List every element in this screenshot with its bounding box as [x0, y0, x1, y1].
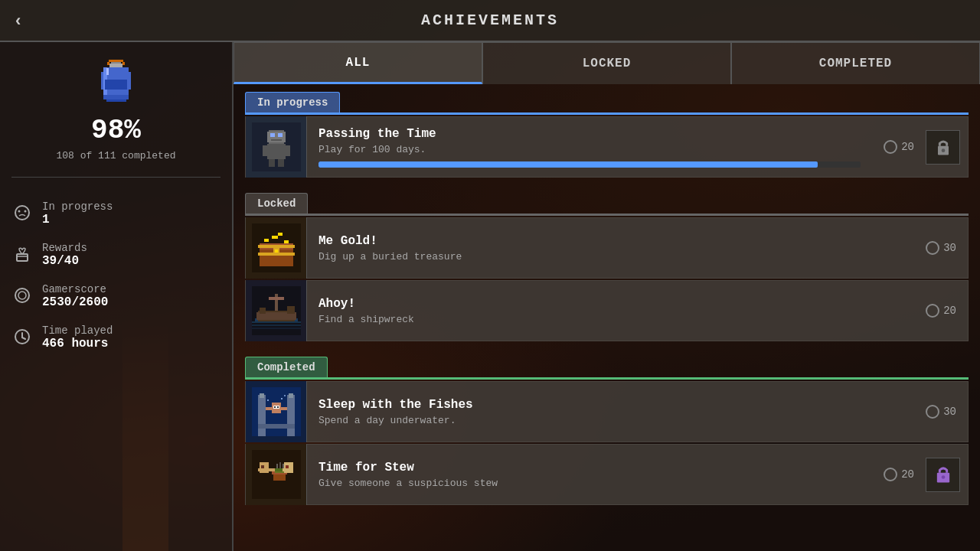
- svg-rect-66: [274, 406, 276, 408]
- achievement-info-sleep-fishes: Sleep with the Fishes Spend a day underw…: [307, 390, 914, 434]
- achievement-name: Sleep with the Fishes: [318, 398, 903, 412]
- lock-badge: [926, 130, 960, 165]
- potion-icon: [93, 57, 139, 111]
- svg-rect-42: [272, 236, 278, 239]
- section-locked: Locked: [245, 193, 969, 341]
- score-circle-icon: [884, 468, 897, 481]
- svg-rect-28: [263, 145, 269, 156]
- gamerscore-icon: [11, 285, 33, 306]
- svg-rect-70: [281, 398, 283, 399]
- achievement-desc: Spend a day underwater.: [318, 415, 903, 426]
- stats-list: In progress 1 Rewards 39/40: [11, 193, 220, 358]
- svg-rect-40: [275, 249, 278, 253]
- svg-rect-68: [266, 407, 273, 410]
- svg-rect-51: [275, 294, 278, 311]
- tab-locked[interactable]: Locked: [482, 42, 731, 84]
- achievement-me-gold[interactable]: Me Gold! Dig up a buried treasure 30: [245, 217, 969, 279]
- score-value: 30: [943, 406, 956, 418]
- achievement-time-for-stew[interactable]: Time for Stew Give someone a suspicious …: [245, 444, 969, 505]
- section-header-in-progress: In progress: [245, 92, 340, 112]
- svg-rect-52: [269, 297, 284, 300]
- svg-rect-67: [277, 406, 279, 408]
- svg-rect-11: [122, 62, 125, 64]
- svg-rect-50: [287, 306, 295, 314]
- achievement-desc: Play for 100 days.: [318, 144, 861, 155]
- achievement-info-passing-the-time: Passing the Time Play for 100 days.: [307, 119, 872, 175]
- achievement-thumb-sleep-fishes: [246, 381, 307, 442]
- time-played-icon: [11, 326, 33, 347]
- svg-rect-59: [287, 395, 295, 436]
- svg-rect-7: [103, 94, 129, 99]
- svg-rect-5: [106, 68, 109, 74]
- svg-point-12: [15, 206, 29, 220]
- svg-rect-41: [264, 239, 269, 242]
- progress-bar: [318, 161, 861, 168]
- score-circle-icon: [926, 405, 939, 419]
- in-progress-value: 1: [42, 213, 113, 227]
- svg-rect-61: [289, 393, 293, 398]
- tab-all[interactable]: All: [234, 42, 482, 84]
- svg-rect-6: [105, 80, 127, 90]
- achievement-score-ahoy: 20: [914, 304, 968, 318]
- svg-rect-29: [284, 145, 290, 156]
- svg-rect-44: [278, 233, 283, 236]
- achievement-score-sleep-fishes: 30: [914, 405, 968, 419]
- score-circle-icon: [884, 140, 897, 154]
- svg-rect-82: [286, 465, 289, 468]
- achievement-info-stew: Time for Stew Give someone a suspicious …: [307, 453, 872, 497]
- achievement-desc: Give someone a suspicious stew: [318, 478, 861, 489]
- achievement-thumb-stew: [246, 444, 307, 505]
- svg-rect-58: [258, 395, 266, 436]
- in-progress-label: In progress: [42, 201, 113, 213]
- svg-rect-85: [279, 462, 281, 468]
- achievement-score-stew: 20: [872, 468, 926, 481]
- section-header-locked: Locked: [245, 193, 308, 214]
- svg-rect-26: [271, 139, 282, 141]
- time-played-value: 466 hours: [42, 337, 113, 350]
- score-value: 20: [901, 141, 914, 153]
- svg-rect-62: [258, 424, 295, 429]
- achievement-score-passing-the-time: 20: [872, 140, 926, 154]
- svg-point-13: [18, 210, 21, 213]
- progress-fill: [318, 161, 818, 168]
- achievement-name: Me Gold!: [318, 234, 903, 248]
- achievement-desc: Dig up a buried treasure: [318, 251, 903, 262]
- svg-rect-76: [258, 468, 263, 471]
- svg-line-20: [22, 337, 25, 339]
- achievement-thumb-me-gold: [246, 217, 307, 279]
- svg-rect-72: [267, 399, 269, 401]
- svg-rect-30: [269, 159, 275, 167]
- svg-point-14: [24, 210, 27, 213]
- section-header-completed: Completed: [245, 357, 328, 377]
- rewards-icon: [11, 243, 33, 265]
- achievement-name: Passing the Time: [318, 127, 861, 141]
- section-completed: Completed: [245, 357, 969, 505]
- back-button[interactable]: ‹: [15, 11, 21, 31]
- achievements-list[interactable]: In progress: [234, 84, 980, 551]
- svg-rect-49: [260, 308, 266, 314]
- score-value: 30: [943, 242, 956, 254]
- header: ‹ ACHIEVEMENTS: [0, 0, 980, 42]
- tab-completed[interactable]: Completed: [731, 42, 980, 84]
- rewards-label: Rewards: [42, 242, 87, 254]
- time-played-label: Time played: [42, 324, 113, 337]
- achievement-name: Time for Stew: [318, 461, 861, 474]
- page-title: ACHIEVEMENTS: [421, 11, 559, 29]
- svg-point-17: [18, 292, 26, 299]
- achievement-sleep-with-fishes[interactable]: Sleep with the Fishes Spend a day underw…: [245, 381, 969, 442]
- stat-rewards: Rewards 39/40: [11, 234, 220, 276]
- in-progress-icon: [11, 202, 33, 223]
- svg-rect-10: [107, 62, 109, 64]
- gamerscore-label: Gamerscore: [42, 283, 108, 295]
- achievement-thumb-ahoy: [246, 280, 307, 341]
- svg-rect-86: [283, 464, 284, 468]
- svg-rect-53: [252, 321, 301, 323]
- achievement-passing-the-time[interactable]: Passing the Time Play for 100 days. 20: [245, 116, 969, 178]
- achievement-info-me-gold: Me Gold! Dig up a buried treasure: [307, 227, 914, 270]
- svg-rect-8: [106, 99, 126, 102]
- progress-section: 98% 108 of 111 completed: [11, 57, 220, 178]
- gamerscore-value: 2530/2600: [42, 295, 108, 309]
- svg-rect-9: [109, 60, 124, 62]
- score-circle-icon: [926, 241, 939, 255]
- achievement-ahoy[interactable]: Ahoy! Find a shipwreck 20: [245, 280, 969, 341]
